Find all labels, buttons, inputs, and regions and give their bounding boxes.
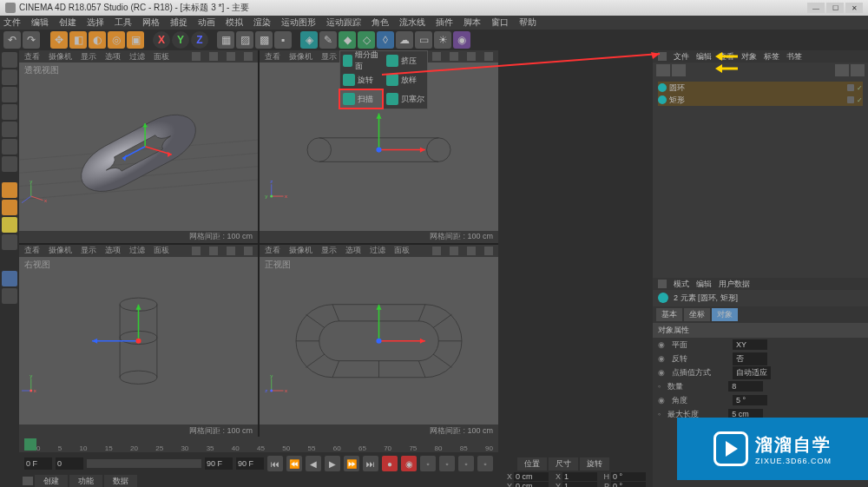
- misc-tool[interactable]: [2, 288, 17, 304]
- quantize-tool[interactable]: [2, 217, 17, 233]
- render-picture-button[interactable]: ▩: [255, 31, 273, 49]
- polygon-mode-tool[interactable]: [2, 156, 17, 172]
- light-button[interactable]: ☀: [434, 31, 451, 49]
- axis-y-toggle[interactable]: Y: [172, 31, 189, 49]
- spline-pen-button[interactable]: ✎: [319, 31, 337, 49]
- move-tool[interactable]: ◧: [69, 31, 87, 49]
- key-param-button[interactable]: ◦: [477, 456, 493, 471]
- menu-select[interactable]: 选择: [87, 16, 104, 29]
- menu-snap[interactable]: 捕捉: [170, 16, 187, 29]
- attr-tab-object[interactable]: 对象: [712, 308, 738, 321]
- popup-loft[interactable]: 放样: [384, 70, 427, 89]
- viewport-perspective[interactable]: 查看 摄像机 显示 选项 过滤 面板 透视视图: [19, 50, 258, 243]
- am-tab-userdata[interactable]: 用户数据: [719, 279, 750, 290]
- om-search-icon[interactable]: [656, 64, 670, 76]
- step-forward-button[interactable]: ⏩: [344, 456, 359, 471]
- generator-popup-menu[interactable]: 细分曲面 挤压 旋转 放样 扫描 贝塞尔: [339, 50, 428, 109]
- model-mode-tool[interactable]: [2, 69, 17, 85]
- object-tree[interactable]: 圆环 ✓ 矩形 ✓: [653, 78, 868, 278]
- om-tab-view[interactable]: 查看: [719, 51, 734, 63]
- tab-create[interactable]: 创建: [35, 475, 68, 488]
- texture-mode-tool[interactable]: [2, 87, 17, 102]
- om-tab-tags[interactable]: 标签: [764, 51, 779, 63]
- play-back-button[interactable]: ◀: [306, 456, 321, 471]
- am-tab-mode[interactable]: 模式: [674, 279, 689, 290]
- popup-sweep[interactable]: 扫描: [340, 89, 384, 109]
- enable-check-icon[interactable]: ✓: [857, 96, 863, 104]
- tab-function[interactable]: 功能: [69, 475, 102, 488]
- deformer-button[interactable]: ◊: [377, 31, 394, 49]
- generator2-button[interactable]: ◇: [358, 31, 375, 49]
- point-mode-tool[interactable]: [2, 122, 17, 137]
- workplane-tool[interactable]: [2, 104, 17, 120]
- axis-z-toggle[interactable]: Z: [191, 31, 208, 49]
- enable-check-icon[interactable]: ✓: [857, 84, 863, 92]
- goto-start-button[interactable]: ⏮: [267, 456, 283, 471]
- menu-mesh[interactable]: 网格: [142, 16, 160, 29]
- timeline-end-input[interactable]: [205, 457, 233, 470]
- vp-nav-rotate-icon[interactable]: [227, 52, 235, 61]
- generator-button[interactable]: ◆: [339, 31, 356, 49]
- last-tool[interactable]: ▣: [127, 31, 144, 49]
- timeline-current-input[interactable]: [56, 457, 83, 470]
- step-back-button[interactable]: ⏪: [286, 456, 302, 471]
- om-tab-bookmarks[interactable]: 书签: [786, 51, 802, 63]
- maximize-button[interactable]: ☐: [826, 3, 844, 13]
- om-filter-icon[interactable]: [672, 64, 686, 76]
- snap-tool[interactable]: [2, 200, 17, 215]
- vp-nav-max-icon[interactable]: [244, 52, 253, 61]
- vp-menu-panel[interactable]: 面板: [154, 51, 169, 63]
- object-row-rectangle[interactable]: 矩形 ✓: [658, 94, 863, 106]
- coord-y-pos[interactable]: 0 cm: [514, 482, 549, 487]
- menu-edit[interactable]: 编辑: [31, 16, 49, 29]
- popup-lathe[interactable]: 旋转: [340, 70, 384, 89]
- tab-data[interactable]: 数据: [104, 475, 137, 488]
- menu-character[interactable]: 角色: [372, 16, 389, 29]
- axis-mode-tool[interactable]: [2, 182, 17, 198]
- attr-plane-value[interactable]: XY: [733, 339, 767, 350]
- undo-button[interactable]: ↶: [3, 31, 21, 49]
- om-tab-file[interactable]: 文件: [674, 51, 689, 63]
- vp-menu-filter[interactable]: 过滤: [129, 51, 145, 63]
- timeline-start-input[interactable]: [24, 457, 52, 470]
- camera-button[interactable]: ▭: [415, 31, 432, 49]
- render-settings-button[interactable]: ▨: [236, 31, 253, 49]
- timeline-end2-input[interactable]: [236, 457, 264, 470]
- popup-subdivision[interactable]: 细分曲面: [340, 51, 384, 70]
- attr-reverse-value[interactable]: 否: [733, 352, 767, 365]
- menu-tracking[interactable]: 运动跟踪: [326, 16, 361, 29]
- timeline-track[interactable]: 051015202530354045505560657075808590: [19, 437, 498, 452]
- visibility-dot[interactable]: [847, 96, 854, 103]
- popup-extrude[interactable]: 挤压: [384, 51, 427, 70]
- visibility-dot[interactable]: [847, 84, 854, 91]
- vp-menu-display[interactable]: 显示: [81, 51, 96, 63]
- menu-render[interactable]: 渲染: [253, 16, 271, 29]
- minimize-button[interactable]: —: [807, 3, 825, 13]
- vp-menu-options[interactable]: 选项: [105, 51, 121, 63]
- menu-animate[interactable]: 动画: [198, 16, 215, 29]
- popup-bezier[interactable]: 贝塞尔: [384, 89, 427, 109]
- render-queue-button[interactable]: ▪: [274, 31, 292, 49]
- menu-create[interactable]: 创建: [59, 16, 76, 29]
- timeline-playhead[interactable]: [24, 438, 36, 451]
- vp-nav-zoom-icon[interactable]: [209, 52, 218, 61]
- menu-pipeline[interactable]: 流水线: [399, 16, 425, 29]
- render-view-button[interactable]: ▦: [217, 31, 234, 49]
- mograph-button[interactable]: ◉: [453, 31, 470, 49]
- menu-help[interactable]: 帮助: [519, 16, 536, 29]
- om-tab-object[interactable]: 对象: [741, 51, 757, 63]
- key-pos-button[interactable]: ◦: [420, 456, 436, 471]
- edge-mode-tool[interactable]: [2, 139, 17, 155]
- menu-file[interactable]: 文件: [3, 16, 21, 29]
- timeline-range-bar[interactable]: [87, 459, 201, 468]
- close-button[interactable]: ✕: [845, 3, 863, 13]
- attr-interp-value[interactable]: 自动适应: [733, 366, 771, 379]
- vp-menu-camera[interactable]: 摄像机: [49, 51, 72, 63]
- redo-button[interactable]: ↷: [23, 31, 40, 49]
- rotate-tool[interactable]: ◐: [89, 31, 106, 49]
- om-flag-icon[interactable]: [851, 64, 865, 76]
- vp-menu-view[interactable]: 查看: [24, 51, 40, 63]
- menu-plugins[interactable]: 插件: [436, 16, 453, 29]
- play-forward-button[interactable]: ▶: [325, 456, 340, 471]
- tweak-tool[interactable]: [2, 271, 17, 286]
